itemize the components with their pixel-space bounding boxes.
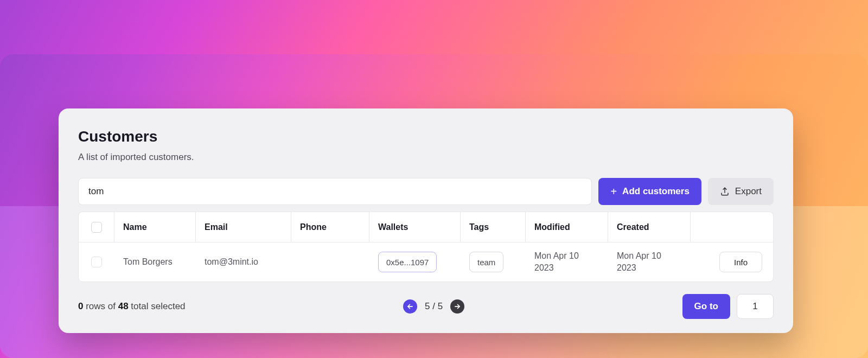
col-phone[interactable]: Phone [291, 212, 369, 242]
customers-table: Name Email Phone Wallets Tags Modified C… [78, 212, 774, 282]
pagination: 5 / 5 [403, 299, 464, 314]
arrow-left-icon [406, 303, 414, 310]
page-indicator: 5 / 5 [425, 301, 443, 312]
export-button[interactable]: Export [708, 178, 774, 205]
customers-card: Customers A list of imported customers. … [59, 108, 793, 333]
col-modified[interactable]: Modified [526, 212, 608, 242]
page-title: Customers [78, 128, 774, 145]
tag-chip[interactable]: team [469, 252, 503, 272]
col-created[interactable]: Created [608, 212, 691, 242]
plus-icon: + [610, 186, 617, 197]
cell-phone [291, 242, 369, 282]
table-row: Tom Borgers tom@3mint.io 0x5e...1097 tea… [79, 242, 773, 282]
add-customers-label: Add customers [622, 186, 690, 197]
cell-name: Tom Borgers [114, 242, 196, 282]
total-count: 48 [118, 301, 129, 311]
selected-suffix: total selected [129, 301, 186, 311]
goto-button[interactable]: Go to [682, 294, 730, 319]
selected-mid: rows of [83, 301, 118, 311]
col-wallets[interactable]: Wallets [369, 212, 461, 242]
page-subtitle: A list of imported customers. [78, 152, 774, 163]
export-icon [720, 187, 730, 196]
add-customers-button[interactable]: + Add customers [598, 178, 701, 205]
table-header: Name Email Phone Wallets Tags Modified C… [79, 212, 773, 242]
cell-email: tom@3mint.io [196, 242, 291, 282]
goto-input[interactable] [737, 294, 774, 319]
toolbar: + Add customers Export [78, 178, 774, 205]
arrow-right-icon [454, 303, 461, 310]
select-all-checkbox[interactable] [91, 222, 102, 233]
export-label: Export [735, 186, 762, 197]
prev-page-button[interactable] [403, 299, 417, 314]
info-button[interactable]: Info [719, 252, 762, 272]
cell-created: Mon Apr 10 2023 [617, 250, 682, 273]
next-page-button[interactable] [450, 299, 464, 314]
row-checkbox[interactable] [91, 257, 102, 267]
selection-summary: 0 rows of 48 total selected [78, 301, 186, 312]
col-email[interactable]: Email [196, 212, 291, 242]
col-name[interactable]: Name [114, 212, 196, 242]
search-input[interactable] [78, 178, 592, 205]
col-actions [691, 212, 773, 242]
col-tags[interactable]: Tags [461, 212, 526, 242]
table-footer: 0 rows of 48 total selected 5 / 5 Go to [78, 294, 774, 319]
wallet-chip[interactable]: 0x5e...1097 [378, 252, 437, 272]
cell-modified: Mon Apr 10 2023 [534, 250, 599, 273]
